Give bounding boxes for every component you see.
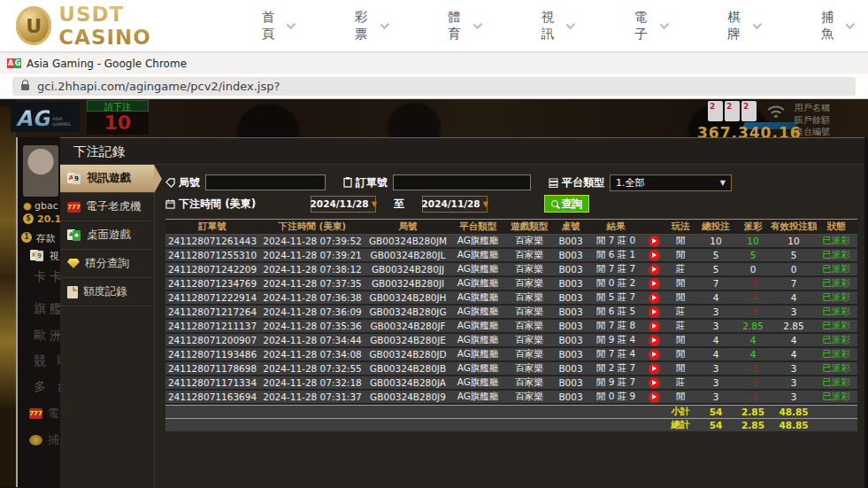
cell-bet-time: 2024-11-28 07:37:35 xyxy=(259,278,365,289)
cell-table-number: B003 xyxy=(553,335,588,345)
cell-status: 已派彩 xyxy=(817,306,856,318)
table-header-cell: 結果 xyxy=(588,221,643,233)
date-to-select[interactable]: 2024/11/28▼ xyxy=(422,196,488,213)
table-row: 241128071211137 2024-11-28 07:35:36 GB00… xyxy=(165,320,857,334)
document-icon xyxy=(67,286,78,298)
nav-item-label: 棋牌 xyxy=(727,9,747,43)
replay-button[interactable] xyxy=(649,250,660,261)
cell-total-bet: 7 xyxy=(696,278,735,289)
cell-platform: AG旗艦廳 xyxy=(450,277,505,290)
play-icon xyxy=(652,267,657,272)
cell-play-type: 閒 xyxy=(664,235,696,247)
slot-777-icon: 777 xyxy=(29,408,42,419)
chevron-down-icon xyxy=(753,19,762,28)
playing-card: 2 xyxy=(741,101,757,121)
playing-card: 2 xyxy=(725,101,740,121)
search-button[interactable]: 查詢 xyxy=(544,195,589,213)
platform-type-select[interactable]: 1.全部▼ xyxy=(610,174,732,191)
countdown-label: 請下注 xyxy=(87,100,149,112)
cell-status: 已派彩 xyxy=(817,277,856,290)
replay-button[interactable] xyxy=(649,349,660,360)
replay-button[interactable] xyxy=(649,335,660,346)
cell-play-type: 閒 xyxy=(664,277,696,290)
account-label: 用戶名稱 xyxy=(795,102,830,114)
nav-item-label: 視訊 xyxy=(542,9,561,43)
date-to-label: 至 xyxy=(394,197,404,212)
totals-bet: 54 xyxy=(696,407,735,417)
play-icon xyxy=(652,380,657,385)
nav-item[interactable]: 棋牌 xyxy=(727,9,758,43)
cell-play-type: 莊 xyxy=(664,263,696,275)
cell-valid-bet: 4 xyxy=(771,335,817,345)
cell-total-bet: 4 xyxy=(696,349,735,360)
date-from-select[interactable]: 2024/11/28▼ xyxy=(311,196,376,213)
site-logo[interactable]: U USDT CASINO xyxy=(16,3,211,49)
cell-platform: AG旗艦廳 xyxy=(450,291,505,304)
nav-item[interactable]: 彩票 xyxy=(355,9,386,43)
nav-item[interactable]: 視訊 xyxy=(542,9,572,43)
address-bar[interactable]: gci.2hhapi.com/agingame/pcv2/index.jsp? xyxy=(12,77,856,96)
cell-payout: -3 xyxy=(735,377,771,388)
table-header-cell: 有效投注額 xyxy=(771,221,817,233)
cell-valid-bet: 4 xyxy=(771,292,817,303)
cell-game-type: 百家樂 xyxy=(505,376,553,389)
table-body: 241128071261443 2024-11-28 07:39:52 GB00… xyxy=(165,235,857,405)
cell-status: 已派彩 xyxy=(817,320,856,332)
nav-item[interactable]: 捕魚 xyxy=(821,9,852,43)
cell-order-number: 241128071242209 xyxy=(165,264,259,275)
play-icon xyxy=(652,352,657,357)
cell-round-number: GB00324B280JB xyxy=(365,363,450,374)
round-number-input[interactable] xyxy=(205,174,326,190)
play-icon xyxy=(652,281,657,286)
replay-button[interactable] xyxy=(649,363,660,375)
cell-bet-time: 2024-11-28 07:34:08 xyxy=(259,349,365,360)
cell-status: 已派彩 xyxy=(817,348,856,360)
nav-item[interactable]: 電子 xyxy=(634,9,665,43)
cell-table-number: B003 xyxy=(553,349,588,360)
platform-type-label: 平台類型 xyxy=(549,175,604,190)
modal-sidebar-item[interactable]: 積分查詢 xyxy=(60,250,154,278)
cell-total-bet: 5 xyxy=(696,264,735,275)
totals-payout: 2.85 xyxy=(735,420,771,430)
cell-bet-time: 2024-11-28 07:32:55 xyxy=(259,363,365,374)
cell-game-type: 百家樂 xyxy=(505,362,553,375)
video-menu-item: K9 視 xyxy=(30,250,59,263)
cell-status: 已派彩 xyxy=(817,376,856,389)
modal-sidebar-item[interactable]: 額度記錄 xyxy=(60,278,154,306)
cell-game-type: 百家樂 xyxy=(505,391,553,403)
cell-status: 已派彩 xyxy=(817,263,856,275)
modal-sidebar-item[interactable]: ♣♠ 桌面遊戲 xyxy=(60,221,154,250)
table-header-cell: 總投注 xyxy=(696,221,735,233)
site-header: U USDT CASINO 首頁 彩票 體育 視訊 xyxy=(0,0,868,52)
cell-bet-time: 2024-11-28 07:36:38 xyxy=(259,292,365,303)
avatar xyxy=(23,145,58,197)
replay-button[interactable] xyxy=(649,391,660,403)
cell-result: 閒 5 莊 7 xyxy=(588,291,643,304)
replay-button[interactable] xyxy=(649,236,660,247)
order-number-input[interactable] xyxy=(393,174,531,190)
cell-table-number: B003 xyxy=(553,250,588,260)
replay-button[interactable] xyxy=(649,377,660,389)
play-icon xyxy=(652,394,657,399)
nav-item[interactable]: 體育 xyxy=(448,9,479,43)
table-header-cell: 下注時間 (美東) xyxy=(259,221,365,233)
chevron-down-icon xyxy=(846,19,855,28)
bet-records-table: 訂單號下注時間 (美東)局號平台類型遊戲類型桌號結果玩法總投注派彩有效投注額狀態… xyxy=(165,219,857,431)
browser-window-title: Asia Gaming - Google Chrome xyxy=(27,58,187,70)
replay-button[interactable] xyxy=(649,264,660,275)
replay-button[interactable] xyxy=(649,278,660,290)
table-totals: 小計 54 2.85 48.85 總計 54 2.85 xyxy=(165,405,857,431)
modal-sidebar-item[interactable]: A9 視訊遊戲 xyxy=(60,165,154,193)
cell-total-bet: 3 xyxy=(696,377,735,388)
nav-item-label: 電子 xyxy=(634,9,654,43)
replay-button[interactable] xyxy=(649,306,660,318)
cell-game-type: 百家樂 xyxy=(505,249,553,261)
cell-platform: AG旗艦廳 xyxy=(450,362,505,375)
replay-button[interactable] xyxy=(649,292,660,304)
cell-payout: -3 xyxy=(735,306,771,317)
replay-button[interactable] xyxy=(649,321,660,332)
order-number-label: 訂單號 xyxy=(343,175,388,190)
nav-item[interactable]: 首頁 xyxy=(262,9,293,43)
cell-game-type: 百家樂 xyxy=(505,334,553,346)
modal-sidebar-item[interactable]: 777 電子老虎機 xyxy=(60,193,154,221)
